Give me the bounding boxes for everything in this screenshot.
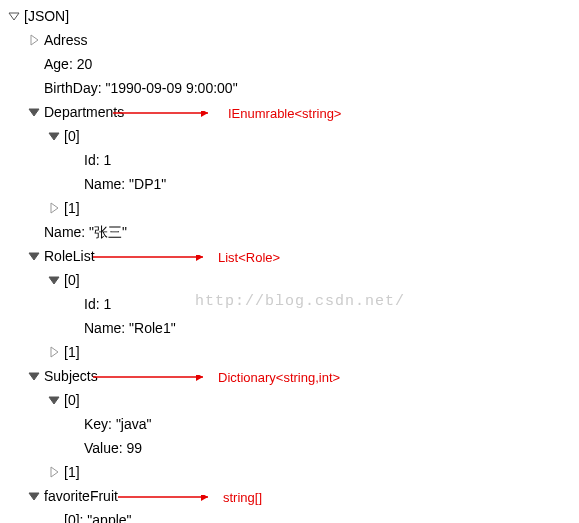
tree-node-subj-0-value[interactable]: Value: 99 (8, 436, 571, 460)
tree-node-subjects[interactable]: Subjects Dictionary<string,int> (8, 364, 571, 388)
role-0-id: Id: 1 (84, 296, 111, 312)
tree-node-role-1[interactable]: [1] (8, 340, 571, 364)
role-0-label: [0] (64, 272, 80, 288)
expand-closed-icon[interactable] (48, 466, 60, 478)
favoritefruit-label: favoriteFruit (44, 488, 118, 504)
tree-node-age[interactable]: Age: 20 (8, 52, 571, 76)
tree-node-birthday[interactable]: BirthDay: "1990-09-09 9:00:00" (8, 76, 571, 100)
tree-node-subj-0-key[interactable]: Key: "java" (8, 412, 571, 436)
expand-open-icon[interactable] (48, 130, 60, 142)
age-label: Age: 20 (44, 56, 92, 72)
arrow-icon (93, 375, 213, 383)
rolelist-label: RoleList (44, 248, 95, 264)
tree-node-rolelist[interactable]: RoleList List<Role> (8, 244, 571, 268)
tree-node-subj-1[interactable]: [1] (8, 460, 571, 484)
tree-node-favoritefruit[interactable]: favoriteFruit string[] (8, 484, 571, 508)
tree-node-departments[interactable]: Departments IEnumrable<string> (8, 100, 571, 124)
annotation-subjects: Dictionary<string,int> (218, 366, 340, 390)
tree-node-dept-0-name[interactable]: Name: "DP1" (8, 172, 571, 196)
fruit-0-label: [0]: "apple" (64, 512, 132, 523)
role-1-label: [1] (64, 344, 80, 360)
expand-open-icon[interactable] (28, 370, 40, 382)
dept-0-name: Name: "DP1" (84, 176, 166, 192)
dept-1-label: [1] (64, 200, 80, 216)
expand-closed-icon[interactable] (28, 34, 40, 46)
arrow-icon (113, 111, 218, 119)
tree-node-fruit-0[interactable]: [0]: "apple" (8, 508, 571, 523)
subj-0-label: [0] (64, 392, 80, 408)
tree-node-name[interactable]: Name: "张三" (8, 220, 571, 244)
annotation-departments: IEnumrable<string> (228, 102, 341, 126)
expand-open-icon[interactable] (28, 250, 40, 262)
birthday-label: BirthDay: "1990-09-09 9:00:00" (44, 80, 238, 96)
tree-node-role-0[interactable]: [0] (8, 268, 571, 292)
subj-0-key: Key: "java" (84, 416, 152, 432)
tree-node-dept-1[interactable]: [1] (8, 196, 571, 220)
expand-open-icon[interactable] (48, 274, 60, 286)
expand-open-icon[interactable] (28, 106, 40, 118)
tree-node-dept-0[interactable]: [0] (8, 124, 571, 148)
root-label: [JSON] (24, 8, 69, 24)
dept-0-id: Id: 1 (84, 152, 111, 168)
tree-node-dept-0-id[interactable]: Id: 1 (8, 148, 571, 172)
tree-node-adress[interactable]: Adress (8, 28, 571, 52)
arrow-icon (118, 495, 218, 503)
arrow-icon (93, 255, 213, 263)
subjects-label: Subjects (44, 368, 98, 384)
role-0-name: Name: "Role1" (84, 320, 176, 336)
tree-node-subj-0[interactable]: [0] (8, 388, 571, 412)
tree-node-role-0-id[interactable]: Id: 1 (8, 292, 571, 316)
annotation-favoritefruit: string[] (223, 486, 262, 510)
expand-closed-icon[interactable] (48, 202, 60, 214)
expand-open-icon[interactable] (48, 394, 60, 406)
expand-closed-icon[interactable] (48, 346, 60, 358)
subj-1-label: [1] (64, 464, 80, 480)
expand-open-icon[interactable] (28, 490, 40, 502)
annotation-rolelist: List<Role> (218, 246, 280, 270)
dept-0-label: [0] (64, 128, 80, 144)
tree-root[interactable]: [JSON] (8, 4, 571, 28)
tree-node-role-0-name[interactable]: Name: "Role1" (8, 316, 571, 340)
adress-label: Adress (44, 32, 88, 48)
name-label: Name: "张三" (44, 224, 127, 240)
subj-0-value: Value: 99 (84, 440, 142, 456)
expand-open-icon[interactable] (8, 10, 20, 22)
